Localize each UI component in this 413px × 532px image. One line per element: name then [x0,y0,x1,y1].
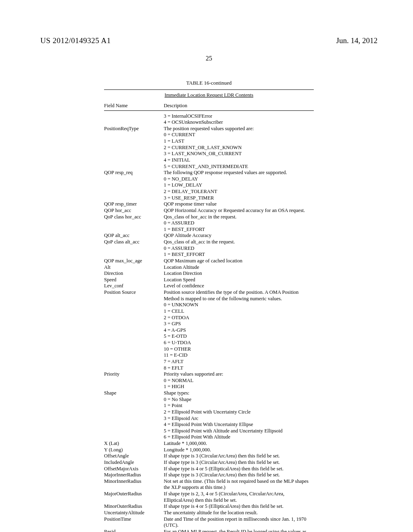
description-line: 2 = DELAY_TOLERANT [164,189,314,195]
cell-field-name: OffsetMajorAxis [104,466,164,472]
table-row: PositionReqTypeThe position requested va… [104,126,314,170]
table-row: QOP alt_accQOP Altitude Accuracy [104,233,314,239]
cell-field-name: Resid [104,529,164,532]
cell-description: If shape type is 3 (CircularArcArea) the… [164,453,314,459]
description-line: 1 = BEST_EFFORT [164,251,314,258]
description-line: 3 = InternalOCSIFError [164,113,314,120]
table-row: ResidFor an OMA MLP request, the Result … [104,529,314,532]
description-line: Qos_class of hor_acc in the request. [164,214,314,220]
cell-field-name: Y (Long) [104,447,164,453]
cell-description: Longitude * 1,000,000. [164,447,314,453]
table-row: IncludedAngleIf shape type is 3 (Circula… [104,459,314,466]
publication-date: Jun. 14, 2012 [336,36,378,45]
description-line: 1 = HIGH [164,384,314,390]
cell-description: Shape types:0 = No Shape1 = Point2 = Ell… [164,390,314,441]
cell-field-name: QOP hor_acc [104,208,164,214]
description-line: Location Direction [164,270,314,277]
description-line: 2 = OTDOA [164,315,314,321]
description-line: 2 = Ellipsoid Point with Uncertainty Cir… [164,409,314,416]
description-line: 1 = BEST_EFFORT [164,227,314,233]
cell-description: Location Direction [164,270,314,277]
table-row: SpeedLocation Speed [104,277,314,283]
cell-description: Date and Time of the position report in … [164,516,314,529]
description-line: 5 = CURRENT_AND_INTERMEDIATE [164,164,314,170]
description-line: Qos_class of alt_acc in the request. [164,239,314,245]
table-row: DirectionLocation Direction [104,270,314,277]
description-line: 4 = Ellipsoid Point With Uncertainty Ell… [164,422,314,428]
cell-field-name: QoP class alt_acc [104,239,164,245]
description-line: QOP Horizontal Accuracy or Requested acc… [164,208,314,214]
cell-description: The following QOP response requested val… [164,170,314,201]
description-line: If shape type is 4 or 5 (EllipticalArea)… [164,503,314,510]
description-line: 4 = INITIAL [164,157,314,164]
cell-field-name: MinorInnerRadius [104,478,164,485]
table-row: PositionTimeDate and Time of the positio… [104,516,314,529]
description-line: 5 = E-OTD [164,333,314,340]
description-line: If shape type is 3 (CircularArcArea) the… [164,472,314,478]
cell-field-name: Direction [104,270,164,277]
table-row: Lev_confLevel of confidence [104,283,314,289]
table-row: QOP max_loc_ageQOP Maximum age of cached… [104,258,314,264]
cell-description: Latitude * 1,000,000. [164,441,314,447]
cell-description: Location Speed [164,277,314,283]
cell-description: Qos_class of alt_acc in the request.0 = … [164,239,314,258]
description-line: 6 = U-TDOA [164,340,314,346]
cell-description: Position source identifies the type of t… [164,289,314,371]
table-row: OffsetAngleIf shape type is 3 (CircularA… [104,453,314,459]
cell-description: Qos_class of hor_acc in the request.0 = … [164,214,314,233]
table-row: QOP resp_reqThe following QOP response r… [104,170,314,201]
description-line: 8 = EFLT [164,365,314,372]
cell-field-name: IncludedAngle [104,459,164,466]
table-body: 3 = InternalOCSIFError4 = OCSUnknownSubs… [104,113,314,532]
cell-description: If shape type is 2, 3, 4 or 5 (CircularA… [164,491,314,503]
cell-field-name: Lev_conf [104,283,164,289]
cell-description: Level of confidence [164,283,314,289]
description-line: For an OMA MLP request, the Result ID be… [164,529,314,532]
description-line: 0 = CURRENT [164,132,314,138]
cell-field-name: QOP resp_timer [104,201,164,208]
table-row: MinorOuterRadiusIf shape type is 4 or 5 … [104,503,314,510]
description-line: 1 = LAST [164,138,314,145]
cell-description: QOP Maximum age of cached location [164,258,314,264]
table-row: MajorOuterRadiusIf shape type is 2, 3, 4… [104,491,314,503]
table-title: TABLE 16-continued [104,80,314,86]
cell-field-name: Position Source [104,289,164,296]
table-16-continued: TABLE 16-continued Immediate Location Re… [104,80,314,532]
cell-field-name: QOP alt_acc [104,233,164,239]
table-row: Y (Long)Longitude * 1,000,000. [104,447,314,453]
description-line: If shape type is 3 (CircularArcArea) the… [164,453,314,459]
cell-description: If shape type is 4 or 5 (EllipticalArea)… [164,503,314,510]
description-line: Longitude * 1,000,000. [164,447,314,453]
table-row: 3 = InternalOCSIFError4 = OCSUnknownSubs… [104,113,314,126]
table-row: QOP resp_timerQOP response timer value [104,201,314,208]
table-row: QoP class hor_accQos_class of hor_acc in… [104,214,314,233]
table-row: UncertaintyAltitudeThe uncertainty altit… [104,510,314,516]
description-line: 3 = USE_RESP_TIMER [164,195,314,202]
description-line: 3 = LAST_KNOWN_OR_CURRENT [164,151,314,157]
description-line: Priority values supported are: [164,371,314,378]
description-line: QOP Maximum age of cached location [164,258,314,264]
cell-description: For an OMA MLP request, the Result ID be… [164,529,314,532]
description-line: If shape type is 3 (CircularArcArea) the… [164,459,314,466]
description-line: 3 = GPS [164,321,314,327]
cell-description: The uncertainty altitude for the locatio… [164,510,314,516]
description-line: QOP Altitude Accuracy [164,233,314,239]
table-row: PriorityPriority values supported are:0 … [104,371,314,390]
cell-description: QOP Altitude Accuracy [164,233,314,239]
description-line: 11 = E-CID [164,352,314,359]
table-row: AltLocation Altitude [104,264,314,271]
cell-description: Location Altitude [164,264,314,271]
description-line: Level of confidence [164,283,314,289]
description-line: If shape type is 2, 3, 4 or 5 (CircularA… [164,491,314,503]
description-line: The position requested values supported … [164,126,314,132]
description-line: QOP response timer value [164,201,314,208]
table-row: OffsetMajorAxisIf shape type is 4 or 5 (… [104,466,314,472]
table-row: MajorInnerRadiusIf shape type is 3 (Circ… [104,472,314,478]
description-line: If shape type is 4 or 5 (EllipticalArea)… [164,466,314,472]
table-row: MinorInnerRadiusNot set at this time. (T… [104,478,314,491]
cell-field-name: Alt [104,264,164,271]
description-line: 0 = No Shape [164,397,314,403]
description-line: 1 = CELL [164,308,314,315]
cell-field-name: OffsetAngle [104,453,164,459]
table-row: QoP class alt_accQos_class of alt_acc in… [104,239,314,258]
